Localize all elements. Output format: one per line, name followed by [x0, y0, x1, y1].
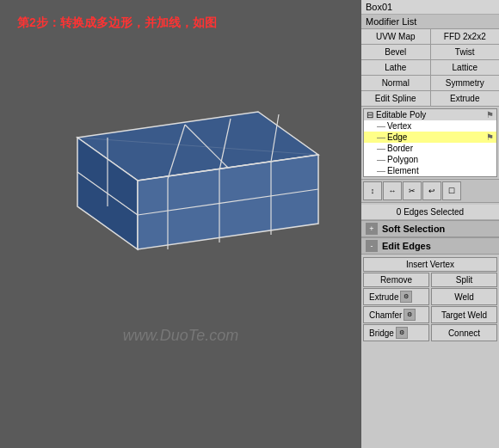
modifier-normal[interactable]: Normal	[361, 76, 430, 90]
bridge-settings-icon[interactable]: ⚙	[396, 327, 408, 339]
tree-edge-label: Edge	[387, 132, 407, 142]
object-name: Box01	[361, 0, 499, 15]
bridge-btn[interactable]: Bridge ⚙	[363, 324, 429, 341]
modifier-extrude[interactable]: Extrude	[431, 91, 500, 106]
3d-box	[34, 86, 327, 275]
tool-select[interactable]: ☐	[442, 181, 461, 200]
extrude-weld-row: Extrude ⚙ Weld	[363, 288, 497, 305]
selection-info: 0 Edges Selected	[361, 205, 499, 220]
tree-vertex[interactable]: — Vertex	[364, 120, 496, 132]
extrude-btn[interactable]: Extrude ⚙	[363, 288, 429, 305]
extrude-label: Extrude	[369, 292, 398, 302]
step-text: 第2步：转换成多边形，并加线，如图	[17, 15, 217, 31]
bridge-connect-row: Bridge ⚙ Connect	[363, 324, 497, 341]
watermark: www.DuoTe.com	[123, 327, 238, 345]
modifier-grid: UVW Map FFD 2x2x2 Bevel Twist Lathe Latt…	[361, 29, 499, 107]
tool-cut[interactable]: ✂	[403, 181, 422, 200]
insert-vertex-btn[interactable]: Insert Vertex	[363, 257, 497, 272]
modifier-uvw-map[interactable]: UVW Map	[361, 29, 430, 44]
tool-move[interactable]: ↕	[363, 181, 382, 200]
tree-element[interactable]: — Element	[364, 165, 496, 176]
poly-tree: ⊟ Editable Poly ⚑ — Vertex — Edge ⚑ — Bo…	[363, 108, 497, 177]
tree-edge-flag-icon: ⚑	[486, 132, 494, 142]
tree-edge[interactable]: — Edge ⚑	[364, 132, 496, 143]
connect-btn[interactable]: Connect	[431, 324, 497, 341]
tree-expand-icon: ⊟	[367, 110, 373, 120]
edit-edges-header[interactable]: - Edit Edges	[361, 237, 499, 255]
edit-edges-content: Insert Vertex Remove Split Extrude ⚙ Wel…	[361, 255, 499, 344]
extrude-settings-icon[interactable]: ⚙	[400, 291, 412, 303]
edit-edges-toggle[interactable]: -	[366, 240, 378, 252]
weld-btn[interactable]: Weld	[431, 288, 497, 305]
remove-btn[interactable]: Remove	[363, 273, 429, 287]
tree-polygon-label: Polygon	[387, 155, 418, 164]
modifier-edit-spline[interactable]: Edit Spline	[361, 91, 430, 106]
tree-root-label: Editable Poly	[376, 110, 426, 120]
split-btn[interactable]: Split	[431, 273, 497, 287]
tree-border[interactable]: — Border	[364, 143, 496, 154]
tree-flag-icon: ⚑	[486, 110, 494, 120]
tool-scale[interactable]: ↔	[383, 181, 402, 200]
tree-vertex-label: Vertex	[387, 121, 411, 131]
edit-edges-title: Edit Edges	[382, 241, 431, 251]
bridge-label: Bridge	[369, 328, 394, 338]
modifier-lathe[interactable]: Lathe	[361, 60, 430, 75]
soft-selection-title: Soft Selection	[382, 224, 445, 234]
remove-split-row: Remove Split	[363, 273, 497, 287]
modifier-lattice[interactable]: Lattice	[431, 60, 500, 75]
chamfer-targetweld-row: Chamfer ⚙ Target Weld	[363, 306, 497, 323]
tools-row: ↕ ↔ ✂ ↩ ☐	[361, 179, 499, 203]
chamfer-label: Chamfer	[369, 310, 402, 320]
tree-root[interactable]: ⊟ Editable Poly ⚑	[364, 109, 496, 120]
target-weld-btn[interactable]: Target Weld	[431, 306, 497, 323]
right-panel: Box01 Modifier List UVW Map FFD 2x2x2 Be…	[361, 0, 499, 448]
tool-undo[interactable]: ↩	[422, 181, 441, 200]
tree-element-label: Element	[387, 166, 419, 175]
soft-selection-toggle[interactable]: +	[366, 223, 378, 235]
modifier-list-label[interactable]: Modifier List	[361, 15, 499, 29]
modifier-symmetry[interactable]: Symmetry	[431, 76, 500, 90]
viewport: 第2步：转换成多边形，并加线，如图	[0, 0, 361, 448]
modifier-ffd[interactable]: FFD 2x2x2	[431, 29, 500, 44]
tree-border-label: Border	[387, 144, 413, 153]
modifier-bevel[interactable]: Bevel	[361, 45, 430, 59]
chamfer-settings-icon[interactable]: ⚙	[404, 309, 416, 321]
soft-selection-header[interactable]: + Soft Selection	[361, 220, 499, 237]
chamfer-btn[interactable]: Chamfer ⚙	[363, 306, 429, 323]
tree-polygon[interactable]: — Polygon	[364, 154, 496, 165]
modifier-twist[interactable]: Twist	[431, 45, 500, 59]
